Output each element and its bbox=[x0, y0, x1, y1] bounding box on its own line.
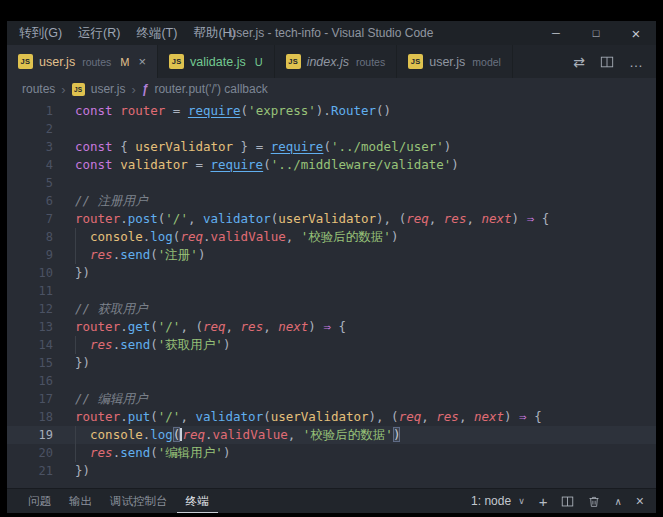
code-token: '校验后的数据' bbox=[303, 427, 393, 442]
code-line[interactable]: 9 res.send('注册') bbox=[7, 246, 656, 264]
menu-item-run[interactable]: 运行(R) bbox=[70, 25, 128, 42]
code-token: '../model/user' bbox=[331, 139, 444, 154]
panel-tab-debug-console[interactable]: 调试控制台 bbox=[101, 489, 177, 513]
code-line[interactable]: 10}) bbox=[7, 264, 656, 282]
new-terminal-icon[interactable]: + bbox=[539, 493, 548, 510]
code-text: // 注册用户 bbox=[53, 192, 656, 210]
menu-item-terminal[interactable]: 终端(T) bbox=[128, 25, 185, 42]
tab-user-js-routes[interactable]: JS user.js routes M × bbox=[7, 45, 158, 78]
menu-item-goto[interactable]: 转到(G) bbox=[11, 25, 70, 42]
code-line[interactable]: 5 bbox=[7, 174, 656, 192]
line-number: 16 bbox=[7, 372, 53, 390]
code-token: ( bbox=[173, 427, 181, 442]
code-token: req bbox=[399, 409, 422, 424]
code-token: validator bbox=[195, 409, 263, 424]
code-token: . bbox=[120, 319, 128, 334]
code-line[interactable]: 3const { userValidator } = require('../m… bbox=[7, 138, 656, 156]
close-icon[interactable]: × bbox=[616, 21, 656, 45]
breadcrumb-file[interactable]: user.js bbox=[91, 82, 126, 96]
panel-tab-output[interactable]: 输出 bbox=[60, 489, 101, 513]
tab-label: user.js bbox=[429, 55, 465, 69]
code-line[interactable]: 18router.put('/', validator(userValidato… bbox=[7, 408, 656, 426]
line-number: 14 bbox=[7, 336, 53, 354]
code-token: ⇒ bbox=[519, 409, 527, 424]
code-line[interactable]: 4const validator = require('../middlewar… bbox=[7, 156, 656, 174]
terminal-selector[interactable]: 1: node ∨ bbox=[471, 494, 525, 508]
tab-index-js[interactable]: JS index.js routes bbox=[275, 45, 398, 78]
maximize-panel-icon[interactable]: ∧ bbox=[614, 496, 621, 507]
code-token: , bbox=[429, 211, 444, 226]
code-token: = bbox=[165, 103, 188, 118]
code-token: require bbox=[210, 157, 263, 172]
panel-actions: 1: node ∨ + ∧ × bbox=[471, 489, 644, 513]
split-editor-icon[interactable] bbox=[600, 55, 614, 69]
code-line[interactable]: 11 bbox=[7, 282, 656, 300]
code-token: }) bbox=[75, 463, 90, 478]
code-text: // 编辑用户 bbox=[53, 390, 656, 408]
code-text: router.post('/', validator(userValidator… bbox=[53, 210, 656, 228]
code-line[interactable]: 14 res.send('获取用户') bbox=[7, 336, 656, 354]
code-token: validator bbox=[203, 211, 271, 226]
code-text: const validator = require('../middleware… bbox=[53, 156, 656, 174]
split-terminal-icon[interactable] bbox=[561, 495, 574, 508]
code-line[interactable]: 2 bbox=[7, 120, 656, 138]
code-token: req bbox=[182, 427, 205, 442]
tab-detail: routes bbox=[82, 56, 111, 68]
code-token: const bbox=[75, 103, 120, 118]
code-line[interactable]: 7router.post('/', validator(userValidato… bbox=[7, 210, 656, 228]
tab-user-js-model[interactable]: JS user.js model bbox=[397, 45, 513, 78]
code-text: const router = require('express').Router… bbox=[53, 102, 656, 120]
code-line[interactable]: 20 res.send('编辑用户') bbox=[7, 444, 656, 462]
code-token: , bbox=[226, 319, 241, 334]
code-token: '校验后的数据' bbox=[301, 229, 391, 244]
code-line[interactable]: 13router.get('/', (req, res, next) ⇒ { bbox=[7, 318, 656, 336]
minimize-icon[interactable]: ─ bbox=[536, 21, 576, 45]
code-text: // 获取用户 bbox=[53, 300, 656, 318]
code-text: }) bbox=[53, 462, 656, 480]
javascript-file-icon: JS bbox=[72, 83, 85, 96]
maximize-icon[interactable]: □ bbox=[576, 21, 616, 45]
code-token: ) bbox=[223, 445, 231, 460]
line-number: 17 bbox=[7, 390, 53, 408]
code-token: console bbox=[90, 427, 143, 442]
tab-close-icon[interactable]: × bbox=[139, 54, 147, 69]
code-line[interactable]: 16 bbox=[7, 372, 656, 390]
kill-terminal-icon[interactable] bbox=[588, 495, 600, 508]
code-line[interactable]: 17// 编辑用户 bbox=[7, 390, 656, 408]
code-token: , bbox=[466, 211, 481, 226]
code-editor[interactable]: 1const router = require('express').Route… bbox=[7, 100, 656, 488]
code-token: ( bbox=[150, 247, 158, 262]
code-token: ( bbox=[263, 409, 271, 424]
code-text bbox=[53, 282, 656, 300]
panel-tab-problems[interactable]: 问题 bbox=[19, 489, 60, 513]
breadcrumb: routes › JS user.js › ƒ router.put('/') … bbox=[7, 78, 656, 100]
breadcrumb-folder[interactable]: routes bbox=[22, 82, 55, 96]
code-token: , bbox=[180, 409, 195, 424]
code-text: router.put('/', validator(userValidator)… bbox=[53, 408, 656, 426]
code-line[interactable]: 15}) bbox=[7, 354, 656, 372]
code-text: res.send('编辑用户') bbox=[53, 444, 656, 462]
line-number: 18 bbox=[7, 408, 53, 426]
breadcrumb-symbol[interactable]: router.put('/') callback bbox=[154, 82, 267, 96]
open-changes-icon[interactable]: ⇄ bbox=[573, 54, 585, 70]
line-number: 1 bbox=[7, 102, 53, 120]
panel-tab-terminal[interactable]: 终端 bbox=[177, 489, 218, 513]
code-line[interactable]: 8 console.log(req.validValue, '校验后的数据') bbox=[7, 228, 656, 246]
code-line[interactable]: 1const router = require('express').Route… bbox=[7, 102, 656, 120]
code-token: ( bbox=[150, 319, 158, 334]
tab-detail: routes bbox=[356, 56, 385, 68]
code-line[interactable]: 12// 获取用户 bbox=[7, 300, 656, 318]
terminal-selector-value: 1: node bbox=[471, 494, 511, 508]
more-actions-icon[interactable]: … bbox=[629, 54, 643, 70]
code-text bbox=[53, 174, 656, 192]
code-token: ( bbox=[241, 103, 249, 118]
tab-validate-js[interactable]: JS validate.js U bbox=[158, 45, 275, 78]
code-line[interactable]: 21}) bbox=[7, 462, 656, 480]
line-number: 12 bbox=[7, 300, 53, 318]
code-line[interactable]: 19 console.log(req.validValue, '校验后的数据') bbox=[7, 426, 656, 444]
code-token: ), ( bbox=[369, 409, 399, 424]
close-panel-icon[interactable]: × bbox=[636, 493, 644, 509]
chevron-down-icon: ∨ bbox=[518, 496, 525, 506]
code-line[interactable]: 6// 注册用户 bbox=[7, 192, 656, 210]
editor-tab-bar: JS user.js routes M × JS validate.js U J… bbox=[7, 45, 656, 78]
